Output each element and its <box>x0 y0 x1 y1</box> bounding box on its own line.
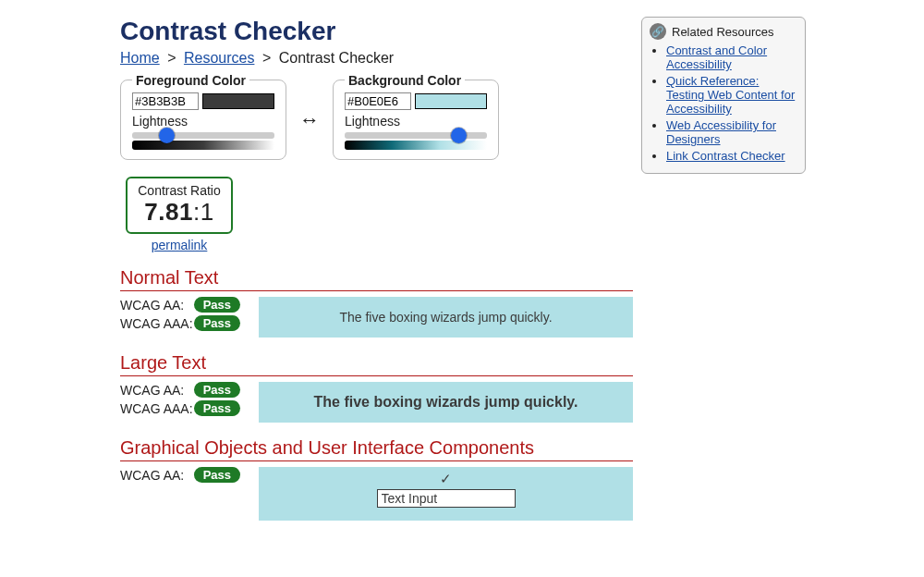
wcag-aa-label: WCAG AA: <box>120 468 184 483</box>
check-icon: ✓ <box>259 471 633 487</box>
background-lightness-slider[interactable] <box>345 132 487 139</box>
ui-sample: ✓ <box>259 467 633 521</box>
background-hex-input[interactable] <box>345 92 411 110</box>
section-title: Large Text <box>120 352 633 374</box>
wcag-aaa-label: WCAG AAA: <box>120 316 193 331</box>
foreground-lightness-label: Lightness <box>132 114 274 129</box>
wcag-aaa-badge: Pass <box>194 400 240 416</box>
background-color-box: Background Color Lightness <box>333 80 499 160</box>
list-item: Web Accessibility for Designers <box>666 118 797 146</box>
contrast-ratio-box: Contrast Ratio 7.81:1 <box>126 177 233 234</box>
list-item: Link Contrast Checker <box>666 149 797 163</box>
breadcrumb-current: Contrast Checker <box>279 50 395 66</box>
related-link[interactable]: Quick Reference: Testing Web Content for… <box>666 74 795 116</box>
wcag-aaa-badge: Pass <box>194 315 240 331</box>
foreground-gradient[interactable] <box>132 141 274 150</box>
foreground-hex-input[interactable] <box>132 92 199 110</box>
section-title: Normal Text <box>120 267 633 288</box>
wcag-aa-badge: Pass <box>194 297 240 313</box>
link-icon: 🔗 <box>650 23 666 40</box>
sidebar-title: Related Resources <box>672 25 774 39</box>
breadcrumb-home[interactable]: Home <box>120 50 160 66</box>
wcag-aa-label: WCAG AA: <box>120 383 184 398</box>
ui-sample-input[interactable] <box>377 489 516 508</box>
related-link[interactable]: Web Accessibility for Designers <box>666 118 776 146</box>
slider-thumb[interactable] <box>159 128 175 143</box>
wcag-aa-badge: Pass <box>194 467 240 483</box>
related-link[interactable]: Link Contrast Checker <box>666 149 785 163</box>
list-item: Quick Reference: Testing Web Content for… <box>666 74 797 116</box>
breadcrumb-resources[interactable]: Resources <box>184 50 254 66</box>
background-lightness-label: Lightness <box>345 114 487 129</box>
foreground-color-box: Foreground Color Lightness <box>120 80 286 160</box>
foreground-legend: Foreground Color <box>132 73 249 88</box>
wcag-aa-badge: Pass <box>194 382 240 398</box>
list-item: Contrast and Color Accessibility <box>666 43 797 71</box>
wcag-aaa-label: WCAG AAA: <box>120 401 193 416</box>
normal-text-section: Normal Text WCAG AA: Pass WCAG AAA: Pass… <box>120 267 633 338</box>
breadcrumb-sep: > <box>167 50 176 66</box>
background-gradient[interactable] <box>345 141 487 150</box>
ui-section: Graphical Objects and User Interface Com… <box>120 437 633 521</box>
foreground-lightness-slider[interactable] <box>132 132 274 139</box>
foreground-swatch[interactable] <box>202 93 274 109</box>
large-text-section: Large Text WCAG AA: Pass WCAG AAA: Pass … <box>120 352 633 423</box>
section-title: Graphical Objects and User Interface Com… <box>120 437 633 459</box>
background-legend: Background Color <box>345 73 465 88</box>
background-swatch[interactable] <box>415 93 487 109</box>
wcag-aa-label: WCAG AA: <box>120 298 184 313</box>
related-resources-sidebar: 🔗 Related Resources Contrast and Color A… <box>641 17 806 174</box>
contrast-ratio-label: Contrast Ratio <box>135 183 224 198</box>
large-text-sample[interactable]: The five boxing wizards jump quickly. <box>259 382 633 423</box>
normal-text-sample[interactable]: The five boxing wizards jump quickly. <box>259 297 633 338</box>
contrast-ratio-value: 7.81:1 <box>135 198 224 227</box>
breadcrumb-sep: > <box>262 50 271 66</box>
related-link[interactable]: Contrast and Color Accessibility <box>666 43 767 71</box>
permalink-link[interactable]: permalink <box>126 238 233 252</box>
swap-colors-icon[interactable]: ↔ <box>299 108 320 132</box>
